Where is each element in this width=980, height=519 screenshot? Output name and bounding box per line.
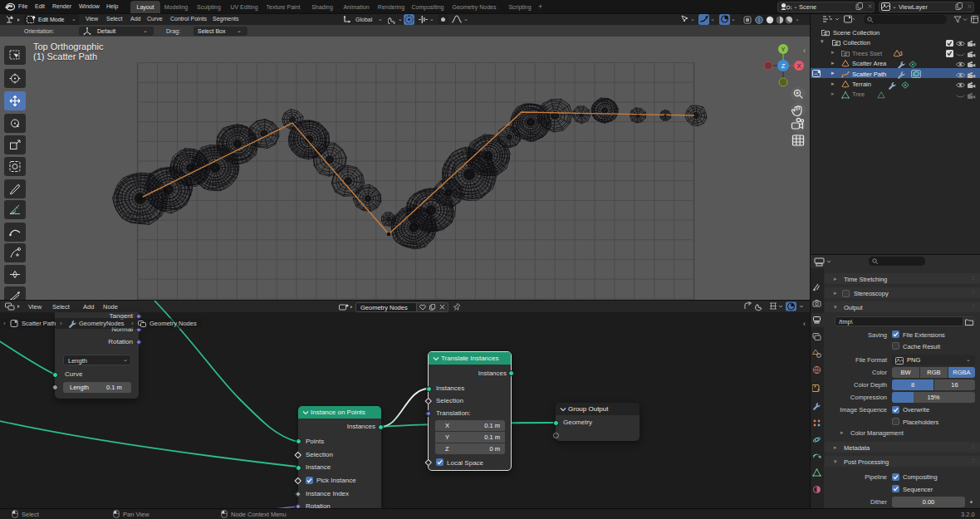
svg-text:X: X: [796, 62, 801, 70]
svg-text:Z: Z: [782, 62, 786, 70]
svg-text:Y: Y: [781, 46, 785, 53]
